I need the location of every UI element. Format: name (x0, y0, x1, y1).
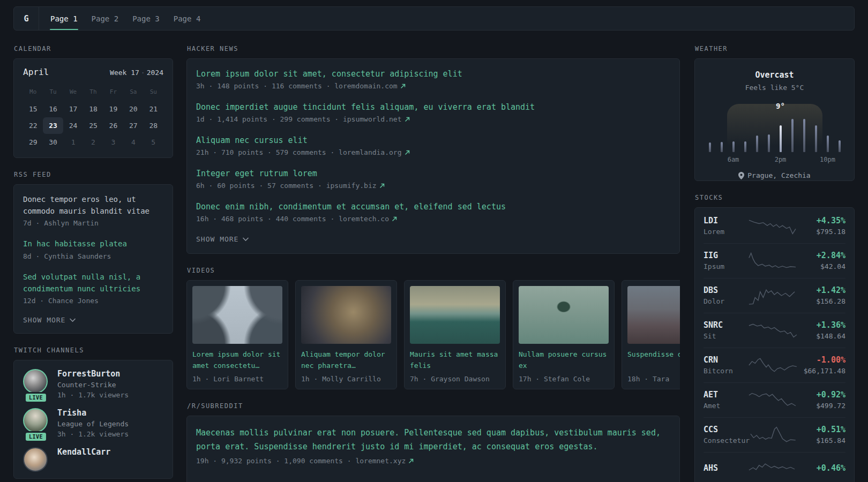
tab-page-2[interactable]: Page 2 (85, 7, 126, 30)
calendar-day: 16 (43, 101, 63, 117)
weather-bar (780, 125, 782, 152)
video-thumbnail[interactable] (192, 286, 282, 344)
tab-page-3[interactable]: Page 3 (125, 7, 167, 30)
hn-story: Integer eget rutrum lorem 6h · 60 points… (196, 169, 670, 190)
hn-story: Donec enim nibh, condimentum et accumsan… (196, 202, 670, 223)
channel-avatar-image (23, 369, 48, 394)
stocks-widget: LDILorem +4.35%$795.18 IIGIpsum +2.84%$4… (694, 207, 855, 482)
page-tabs: Page 1 Page 2 Page 3 Page 4 (39, 7, 207, 30)
video-byline: 18h · Tara (627, 375, 680, 383)
channel-name[interactable]: KendallCarr (57, 447, 110, 457)
axis-tick: 6am (728, 156, 739, 163)
weather-bar (756, 135, 758, 152)
weather-bar (839, 140, 841, 152)
video-title[interactable]: Aliquam tempor dolor nec pharetra… (301, 349, 391, 372)
rss-show-more-button[interactable]: SHOW MORE (23, 316, 163, 324)
rss-item-title[interactable]: In hac habitasse platea (23, 238, 163, 250)
stock-row[interactable]: AHS +0.46% (704, 452, 845, 482)
hn-story-meta-text[interactable]: 16h · 468 points · 440 comments · loremt… (196, 215, 389, 223)
stock-sparkline (748, 286, 799, 305)
stock-symbol[interactable]: CRN (704, 355, 748, 365)
hn-story-meta-text[interactable]: 6h · 60 points · 57 comments · ipsumify.… (196, 182, 377, 190)
weather-bar (791, 119, 794, 152)
stock-price: $795.18 (799, 228, 845, 236)
video-card[interactable]: Nullam posuere cursus ex 17h · Stefan Co… (513, 280, 615, 389)
calendar-day: 18 (83, 101, 103, 117)
tab-page-1[interactable]: Page 1 (43, 7, 85, 30)
stock-row[interactable]: AETAmet +0.92%$499.72 (704, 382, 845, 417)
hn-story-title[interactable]: Lorem ipsum dolor sit amet, consectetur … (196, 69, 670, 79)
hn-story-meta-text[interactable]: 1d · 1,414 points · 299 comments · ipsum… (196, 115, 402, 123)
video-card[interactable]: Aliquam tempor dolor nec pharetra… 1h · … (295, 280, 397, 389)
stock-change: +1.36% (799, 320, 845, 330)
video-title[interactable]: Lorem ipsum dolor sit amet consectetu… (192, 349, 282, 372)
reddit-post-title[interactable]: Maecenas mollis pulvinar erat non posuer… (196, 426, 670, 454)
twitch-channel-row[interactable]: LIVE ForrestBurton Counter-Strike 1h · 1… (23, 369, 163, 399)
stock-symbol[interactable]: AET (704, 390, 748, 400)
calendar-day: 22 (23, 117, 43, 134)
stock-row[interactable]: IIGIpsum +2.84%$42.04 (704, 243, 845, 278)
weather-feels-like: Feels like 5°C (704, 84, 845, 92)
rss-widget: Donec tempor eros leo, ut commodo mauris… (13, 184, 173, 334)
twitch-widget-label: TWITCH CHANNELS (14, 347, 173, 354)
weather-bar (803, 119, 805, 152)
tab-page-4[interactable]: Page 4 (167, 7, 208, 30)
stock-row[interactable]: LDILorem +4.35%$795.18 (704, 209, 845, 243)
stock-symbol[interactable]: AHS (704, 463, 748, 473)
stock-row[interactable]: DBSDolor +1.42%$156.28 (704, 278, 845, 313)
calendar-day: 21 (144, 101, 163, 117)
stock-symbol[interactable]: LDI (704, 216, 748, 225)
stock-sparkline (748, 356, 799, 375)
rss-item-title[interactable]: Donec tempor eros leo, ut commodo mauris… (23, 194, 163, 217)
stock-symbol[interactable]: IIG (704, 251, 748, 260)
video-thumbnail[interactable] (519, 286, 609, 344)
rss-item-title[interactable]: Sed volutpat nulla nisl, a condimentum n… (23, 272, 163, 295)
calendar-month: April (23, 67, 49, 77)
hn-story-title[interactable]: Donec imperdiet augue tincidunt felis al… (196, 102, 670, 112)
hn-story-meta-text[interactable]: 21h · 710 points · 579 comments · loreml… (196, 148, 402, 156)
calendar-separator: · (139, 69, 147, 77)
hn-story-meta: 6h · 60 points · 57 comments · ipsumify.… (196, 182, 670, 190)
avatar: LIVE (23, 369, 49, 399)
stock-row[interactable]: SNRCSit +1.36%$148.64 (704, 313, 845, 348)
stock-row[interactable]: CRNBitcorn -1.00%$66,171.48 (704, 348, 845, 382)
weekday-label: Th (83, 86, 103, 101)
video-card[interactable]: Suspendisse diam 18h · Tara (622, 280, 680, 389)
channel-game: League of Legends (57, 420, 129, 428)
video-thumbnail[interactable] (627, 286, 680, 344)
hn-show-more-button[interactable]: SHOW MORE (196, 235, 670, 243)
app-logo[interactable]: G (14, 7, 39, 30)
video-title[interactable]: Nullam posuere cursus ex (519, 349, 609, 372)
stock-row[interactable]: CCSConsectetur +0.51%$165.84 (704, 417, 845, 452)
calendar-day-next-month: 2 (83, 134, 103, 150)
stock-symbol[interactable]: DBS (704, 285, 748, 295)
calendar-day: 20 (123, 101, 143, 117)
channel-name[interactable]: ForrestBurton (57, 369, 129, 379)
video-byline: 17h · Stefan Cole (519, 375, 609, 383)
video-card[interactable]: Mauris sit amet massa felis 7h · Grayson… (404, 280, 506, 389)
video-title[interactable]: Suspendisse diam (627, 349, 680, 372)
video-title[interactable]: Mauris sit amet massa felis (410, 349, 500, 372)
hn-story-meta-text[interactable]: 3h · 148 points · 116 comments · loremdo… (196, 82, 398, 90)
channel-avatar-image (23, 408, 48, 433)
weather-hourly-chart: 9° (709, 103, 841, 152)
reddit-post-meta-text[interactable]: 19h · 9,932 points · 1,090 comments · lo… (196, 457, 406, 465)
video-card[interactable]: Lorem ipsum dolor sit amet consectetu… 1… (186, 280, 288, 389)
stock-symbol[interactable]: CCS (704, 425, 750, 434)
external-link-icon (379, 183, 385, 189)
stock-symbol[interactable]: SNRC (704, 320, 748, 330)
chevron-down-icon (242, 237, 249, 242)
stock-sparkline (748, 390, 799, 410)
video-thumbnail[interactable] (301, 286, 391, 344)
rss-item: In hac habitasse platea 8d · Cynthia Sau… (23, 238, 163, 260)
external-link-icon (405, 150, 410, 155)
hn-story-title[interactable]: Donec enim nibh, condimentum et accumsan… (196, 202, 670, 212)
twitch-channel-row[interactable]: LIVE Trisha League of Legends 3h · 1.2k … (23, 408, 163, 438)
channel-name[interactable]: Trisha (57, 408, 129, 418)
hn-story-title[interactable]: Integer eget rutrum lorem (196, 169, 670, 178)
video-thumbnail[interactable] (410, 286, 500, 344)
twitch-channel-row[interactable]: KendallCarr (23, 447, 163, 472)
hn-story-title[interactable]: Aliquam nec cursus elit (196, 135, 670, 145)
channel-avatar-image (23, 447, 48, 472)
calendar-day-next-month: 4 (123, 134, 143, 150)
